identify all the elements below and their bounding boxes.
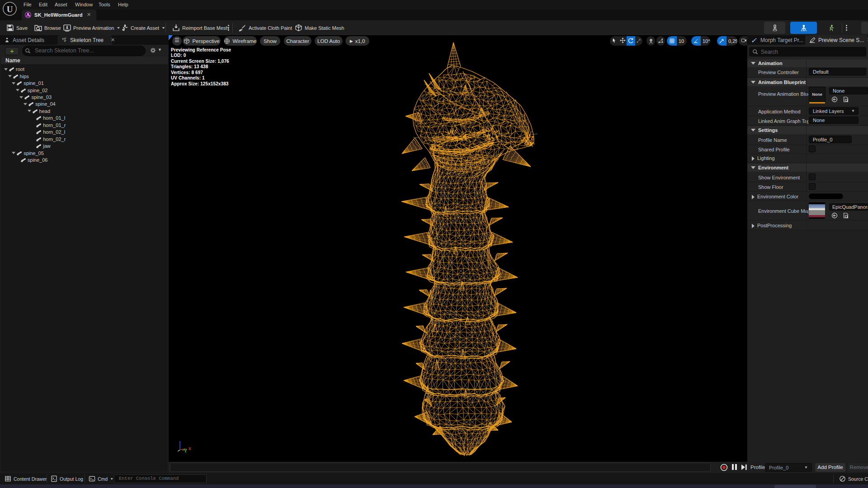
svg-text:x: x [189, 446, 191, 451]
svg-text:U: U [7, 5, 13, 14]
